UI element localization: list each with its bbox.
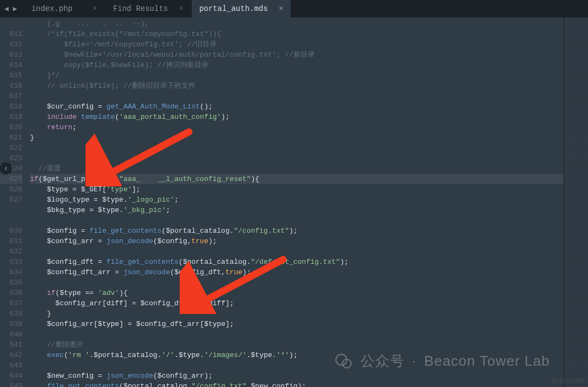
code-content[interactable]: (.g ... . .. --), /*if(file_exists("/mnt… bbox=[30, 17, 564, 387]
code-line[interactable]: include template('aaa_portal_auth_config… bbox=[30, 112, 564, 122]
code-line[interactable]: $config_arr[diff] = $config_dft_arr[diff… bbox=[30, 298, 564, 309]
nav-back-icon[interactable]: ◀ bbox=[4, 4, 9, 13]
tab-label: Find Results bbox=[113, 4, 168, 13]
wechat-icon bbox=[334, 352, 353, 371]
line-number: 620 bbox=[0, 122, 22, 132]
line-number: 637 bbox=[0, 298, 22, 309]
code-line[interactable]: if($type == 'adv'){ bbox=[30, 288, 564, 298]
line-number: 642 bbox=[0, 350, 22, 360]
code-line[interactable] bbox=[30, 215, 564, 226]
line-number: 638 bbox=[0, 309, 22, 319]
line-number: 644 bbox=[0, 371, 22, 381]
fold-marker-icon[interactable]: ‹ bbox=[0, 162, 12, 174]
line-number: 640 bbox=[0, 329, 22, 340]
code-line[interactable]: }*/ bbox=[30, 70, 564, 81]
line-number: 636 bbox=[0, 288, 22, 298]
tab-find-results[interactable]: Find Results × bbox=[106, 0, 192, 17]
watermark-label: 公众号 bbox=[360, 352, 405, 371]
code-line[interactable]: (.g ... . .. --), bbox=[30, 19, 564, 29]
editor-area: 6116126136146156166176186196206216226236… bbox=[0, 17, 588, 387]
code-line[interactable]: $file='/mnt/copyconfig.txt'; //旧目录 bbox=[30, 39, 564, 50]
line-number: 611 bbox=[0, 29, 22, 39]
line-number: 615 bbox=[0, 70, 22, 81]
code-line[interactable]: if($get_url_param == "aaa_ __l_auth_conf… bbox=[30, 174, 564, 184]
code-line[interactable] bbox=[30, 329, 564, 340]
line-number bbox=[0, 205, 22, 215]
code-line[interactable]: $config = file_get_contents($portal_cata… bbox=[30, 226, 564, 236]
code-line[interactable]: $config_arr[$type] = $config_dft_arr[$ty… bbox=[30, 319, 564, 329]
nav-forward-icon[interactable]: ▶ bbox=[13, 4, 17, 13]
watermark-sep: · bbox=[412, 353, 416, 370]
watermark-name: Beacon Tower Lab bbox=[424, 353, 550, 370]
line-number: 614 bbox=[0, 60, 22, 70]
tab-portal-auth[interactable]: portal_auth.mds × bbox=[192, 0, 291, 17]
close-icon[interactable]: × bbox=[279, 4, 283, 13]
line-number: 622 bbox=[0, 143, 22, 153]
line-number: 639 bbox=[0, 319, 22, 329]
code-line[interactable]: file_put_contents($portal_catalog."/conf… bbox=[30, 381, 564, 387]
code-line[interactable]: $newFile='/usr/local/webui/auth/portal/c… bbox=[30, 50, 564, 60]
line-number: 641 bbox=[0, 340, 22, 350]
line-number bbox=[0, 19, 22, 29]
code-line[interactable]: $logo_type = $type.'_logo_pic'; bbox=[30, 195, 564, 205]
code-line[interactable]: } bbox=[30, 132, 564, 143]
code-line[interactable]: // unlink($file); //删除旧目录下的文件 bbox=[30, 81, 564, 91]
nav-arrows: ◀ ▶ bbox=[4, 4, 24, 13]
line-number: 616 bbox=[0, 81, 22, 91]
line-number: 626 bbox=[0, 184, 22, 195]
code-line[interactable]: $config_arr = json_decode($config,true); bbox=[30, 236, 564, 246]
code-line[interactable] bbox=[30, 246, 564, 257]
line-number: 618 bbox=[0, 101, 22, 112]
code-line[interactable]: copy($file,$newFile); //拷贝到新目录 bbox=[30, 60, 564, 70]
line-number: 635 bbox=[0, 277, 22, 288]
line-number: 625 bbox=[0, 174, 22, 184]
line-number: 633 bbox=[0, 257, 22, 267]
code-line[interactable]: } bbox=[30, 309, 564, 319]
code-line[interactable]: $type = $_GET['type']; bbox=[30, 184, 564, 195]
tab-index-php[interactable]: index.php × bbox=[24, 0, 106, 17]
code-line[interactable] bbox=[30, 143, 564, 153]
close-icon[interactable]: × bbox=[93, 4, 97, 13]
line-number: 630 bbox=[0, 226, 22, 236]
close-icon[interactable]: × bbox=[179, 4, 183, 13]
code-line[interactable]: $config_dft_arr = json_decode($config_df… bbox=[30, 267, 564, 277]
code-line[interactable]: /*if(file_exists("/mnt/copyconfig.txt"))… bbox=[30, 29, 564, 39]
minimap[interactable] bbox=[564, 17, 588, 387]
line-number: 612 bbox=[0, 39, 22, 50]
line-number: 623 bbox=[0, 153, 22, 164]
code-line[interactable] bbox=[30, 277, 564, 288]
line-number: 631 bbox=[0, 236, 22, 246]
code-line[interactable]: //重置 bbox=[30, 164, 564, 174]
line-number: 645 bbox=[0, 381, 22, 387]
watermark: 公众号 · Beacon Tower Lab bbox=[334, 352, 550, 371]
code-line[interactable]: //删除图片 bbox=[30, 340, 564, 350]
line-number-gutter: 6116126136146156166176186196206216226236… bbox=[0, 17, 30, 387]
code-line[interactable] bbox=[30, 91, 564, 101]
line-number: 643 bbox=[0, 360, 22, 371]
line-number: 621 bbox=[0, 132, 22, 143]
line-number: 632 bbox=[0, 246, 22, 257]
line-number: 613 bbox=[0, 50, 22, 60]
line-number: 619 bbox=[0, 112, 22, 122]
tab-label: index.php bbox=[32, 4, 73, 13]
code-line[interactable]: $bkg_type = $type.'_bkg_pic'; bbox=[30, 205, 564, 215]
line-number bbox=[0, 215, 22, 226]
line-number: 634 bbox=[0, 267, 22, 277]
attribution: @51CTO博客 bbox=[551, 377, 585, 385]
tab-bar: ◀ ▶ index.php × Find Results × portal_au… bbox=[0, 0, 588, 17]
line-number: 627 bbox=[0, 195, 22, 205]
code-line[interactable]: return; bbox=[30, 122, 564, 132]
code-line[interactable]: $config_dft = file_get_contents($portal_… bbox=[30, 257, 564, 267]
code-line[interactable] bbox=[30, 153, 564, 164]
code-line[interactable]: $new_config = json_encode($config_arr); bbox=[30, 371, 564, 381]
code-line[interactable]: $cur_config = get_AAA_Auth_Mode_List(); bbox=[30, 101, 564, 112]
tab-label: portal_auth.mds bbox=[199, 4, 268, 13]
line-number: 617 bbox=[0, 91, 22, 101]
minimap-preview bbox=[564, 17, 588, 387]
